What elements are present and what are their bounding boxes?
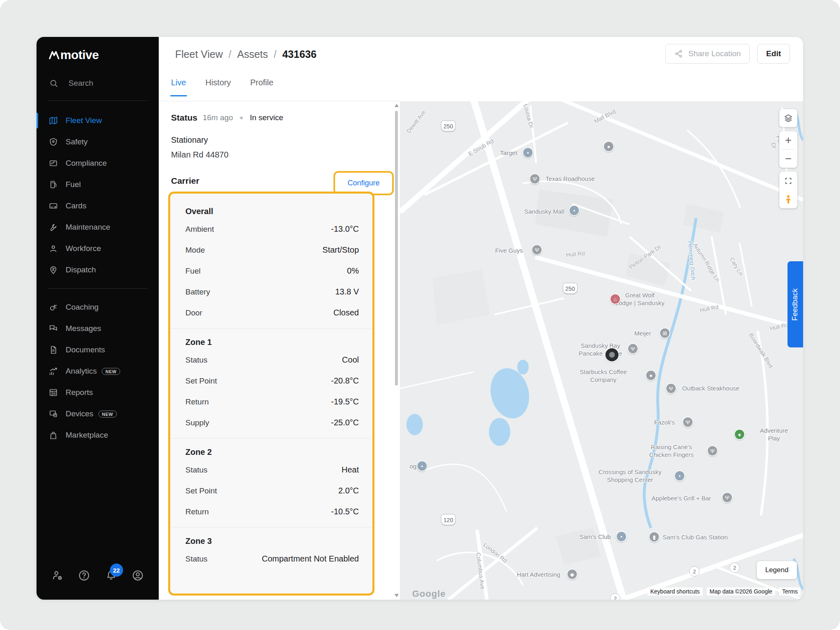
panel-scrollbar[interactable]: [394, 101, 399, 600]
reading-row: StatusHeat: [170, 459, 372, 480]
poi-label: Hart Advertising: [517, 571, 560, 579]
poi-label: Sam's Club: [580, 533, 611, 541]
tab-profile[interactable]: Profile: [250, 78, 274, 96]
reading-row: StatusCompartment Not Enabled: [170, 548, 372, 569]
sidebar-item-compliance[interactable]: Compliance: [37, 153, 159, 174]
edit-label: Edit: [766, 49, 781, 58]
sidebar-item-workforce[interactable]: Workforce: [37, 238, 159, 259]
lock-icon: ▪: [417, 461, 428, 472]
legend-button[interactable]: Legend: [757, 561, 797, 579]
status-time: 16m ago: [203, 113, 233, 122]
scroll-down-arrow[interactable]: [395, 594, 399, 597]
share-location-button[interactable]: Share Location: [665, 44, 750, 64]
reading-value: -20.8°C: [331, 376, 359, 386]
keyboard-shortcuts-link[interactable]: Keyboard shortcuts: [647, 587, 703, 596]
sidebar-item-dispatch[interactable]: Dispatch: [37, 259, 159, 281]
zoom-in-button[interactable]: +: [779, 131, 797, 149]
lock-icon: ▪: [523, 147, 534, 158]
edit-button[interactable]: Edit: [757, 44, 790, 64]
reading-label: Set Point: [185, 377, 217, 386]
lock-icon: ▪: [674, 470, 685, 482]
breadcrumb-asset-id: 431636: [282, 48, 316, 60]
poi-label: Meijer: [635, 330, 651, 338]
sidebar-item-analytics[interactable]: AnalyticsNEW: [37, 361, 159, 382]
sidebar-item-safety[interactable]: Safety: [37, 131, 159, 153]
new-badge: NEW: [98, 411, 117, 418]
reading-label: Fuel: [185, 267, 201, 276]
asset-address: Milan Rd 44870: [171, 150, 228, 160]
shield-icon: [48, 137, 58, 147]
numbered-route-marker: 2: [689, 566, 700, 577]
sidebar-item-coaching[interactable]: Coaching: [37, 297, 159, 318]
map-attribution: Keyboard shortcuts Map data ©2026 Google…: [647, 587, 801, 596]
motive-logo: motive: [49, 48, 99, 62]
fullscreen-button[interactable]: [779, 171, 797, 190]
tab-live[interactable]: Live: [171, 78, 186, 96]
notifications-bell-icon[interactable]: 22: [105, 569, 117, 582]
sidebar-item-fleet-view[interactable]: Fleet View: [37, 110, 159, 131]
sidebar: motive Search Fleet ViewSafetyCompliance…: [37, 37, 159, 600]
route-shield: 250: [563, 283, 578, 294]
numbered-route-marker: 2: [730, 563, 740, 573]
poi-label: Crossings of Sandusky Shopping Center: [598, 468, 661, 484]
feedback-tab[interactable]: Feedback: [788, 261, 803, 347]
section-title: Zone 1: [185, 338, 359, 347]
restaurant-icon: Ψ: [707, 445, 718, 457]
restaurant-icon: Ψ: [666, 383, 677, 394]
map-canvas[interactable]: Dewitt AveE Strub RdLouisa DrMall BlvdAn…: [400, 101, 803, 600]
sidebar-item-label: Compliance: [66, 159, 107, 168]
breadcrumb-assets[interactable]: Assets: [237, 48, 268, 60]
configure-button[interactable]: Configure: [347, 179, 379, 187]
restaurant-icon: Ψ: [530, 173, 541, 185]
admin-settings-icon[interactable]: [51, 569, 64, 582]
layers-icon: [783, 113, 793, 123]
sidebar-search[interactable]: Search: [37, 73, 159, 93]
zoom-out-button[interactable]: −: [779, 150, 797, 168]
google-logo: Google: [412, 589, 446, 599]
reading-row: Ambient-13.0°C: [170, 219, 372, 240]
sidebar-divider: [48, 288, 147, 289]
devices-icon: [48, 409, 58, 419]
reading-label: Battery: [185, 288, 210, 297]
carrier-section-zone-3: Zone 3StatusCompartment Not Enabled: [170, 527, 372, 569]
sidebar-nav: Fleet ViewSafetyComplianceFuelCardsMaint…: [37, 110, 159, 446]
reading-row: Supply-25.0°C: [170, 412, 372, 433]
section-title: Overall: [185, 207, 359, 216]
poi-label: Raising Cane's Chicken Fingers: [649, 443, 694, 459]
sidebar-item-maintenance[interactable]: Maintenance: [37, 217, 159, 238]
terms-link[interactable]: Terms: [779, 587, 801, 596]
poi-label: og: [410, 463, 417, 470]
reading-value: Heat: [342, 465, 359, 475]
lodging-icon: ⌂: [610, 294, 621, 305]
sidebar-item-label: Devices: [66, 409, 94, 418]
reading-value: 0%: [347, 266, 359, 276]
breadcrumb-fleet-view[interactable]: Fleet View: [175, 48, 223, 60]
sidebar-item-cards[interactable]: Cards: [37, 195, 159, 217]
restaurant-icon: Ψ: [628, 343, 639, 354]
sidebar-item-reports[interactable]: Reports: [37, 382, 159, 403]
tab-history[interactable]: History: [205, 78, 231, 96]
status-line: Status 16m ago In service: [171, 113, 283, 123]
sidebar-item-label: Workforce: [66, 244, 101, 253]
poi-label: Target: [500, 149, 517, 157]
motive-logo-mark: [49, 50, 59, 60]
pegman-button[interactable]: [779, 190, 797, 208]
sidebar-item-marketplace[interactable]: Marketplace: [37, 425, 159, 446]
help-icon[interactable]: [78, 569, 90, 582]
map-layers-button[interactable]: [779, 109, 797, 127]
scrollbar-thumb[interactable]: [395, 111, 398, 386]
fullscreen-icon: [784, 176, 793, 185]
profile-icon[interactable]: [132, 569, 144, 582]
sidebar-item-documents[interactable]: Documents: [37, 339, 159, 361]
reading-row: ModeStart/Stop: [170, 240, 372, 260]
share-icon: [674, 49, 683, 58]
sidebar-item-fuel[interactable]: Fuel: [37, 174, 159, 195]
reading-value: Compartment Not Enabled: [262, 554, 359, 564]
scroll-up-arrow[interactable]: [395, 104, 399, 107]
reading-value: 2.0°C: [338, 486, 359, 495]
reading-label: Status: [185, 466, 208, 475]
carrier-section-zone-2: Zone 2StatusHeatSet Point2.0°CReturn-10.…: [170, 438, 372, 522]
route-shield: 120: [441, 514, 456, 525]
sidebar-item-devices[interactable]: DevicesNEW: [37, 403, 159, 425]
sidebar-item-messages[interactable]: Messages: [37, 318, 159, 339]
